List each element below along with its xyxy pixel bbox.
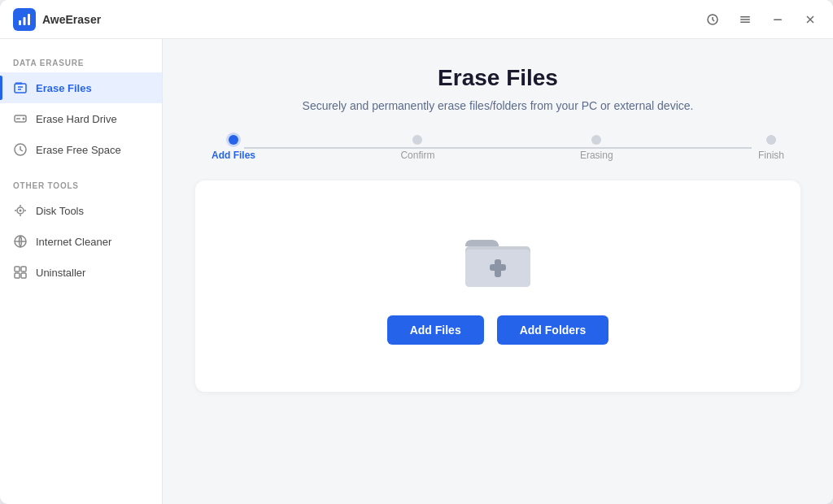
app-title: AweEraser	[42, 13, 703, 26]
svg-rect-27	[21, 273, 26, 278]
history-button[interactable]	[703, 10, 722, 29]
svg-point-15	[23, 118, 25, 120]
sidebar-item-internet-cleaner[interactable]: Internet Cleaner	[0, 226, 162, 257]
svg-rect-1	[24, 17, 26, 25]
action-buttons: Add Files Add Folders	[387, 315, 609, 345]
step-erasing: Erasing	[580, 135, 613, 161]
sidebar-item-disk-tools[interactable]: Disk Tools	[0, 195, 162, 226]
sidebar-label-erase-files: Erase Files	[36, 82, 92, 94]
sidebar-item-erase-hard-drive[interactable]: Erase Hard Drive	[0, 103, 162, 134]
uninstaller-icon	[13, 265, 28, 280]
disk-tools-icon	[13, 203, 28, 218]
sidebar-item-erase-free-space[interactable]: Erase Free Space	[0, 134, 162, 165]
step-confirm: Confirm	[400, 135, 434, 161]
page-title: Erase Files	[195, 65, 800, 91]
svg-rect-31	[490, 264, 506, 271]
content-area: Erase Files Securely and permanently era…	[163, 39, 833, 504]
step-add-files: Add Files	[212, 135, 255, 161]
step-dot-add-files	[229, 135, 238, 145]
minimize-button[interactable]	[768, 10, 787, 29]
step-label-confirm: Confirm	[400, 150, 434, 161]
svg-rect-2	[28, 14, 30, 25]
svg-rect-0	[19, 20, 21, 25]
erase-free-space-icon	[13, 142, 28, 157]
sidebar-item-uninstaller[interactable]: Uninstaller	[0, 257, 162, 288]
sidebar-item-erase-files[interactable]: Erase Files	[0, 72, 162, 103]
sidebar-label-internet-cleaner: Internet Cleaner	[36, 236, 111, 248]
sidebar-label-erase-hard-drive: Erase Hard Drive	[36, 113, 117, 125]
title-controls	[703, 10, 820, 29]
sidebar: DATA ERASURE Erase Files	[0, 39, 163, 504]
step-label-add-files: Add Files	[212, 150, 255, 161]
svg-rect-5	[740, 19, 750, 20]
sidebar-label-erase-free-space: Erase Free Space	[36, 144, 121, 156]
drop-zone: Add Files Add Folders	[195, 180, 800, 392]
svg-rect-4	[740, 16, 750, 18]
section-label-data-erasure: DATA ERASURE	[0, 59, 162, 67]
svg-rect-26	[15, 273, 20, 278]
svg-point-19	[20, 210, 22, 212]
close-button[interactable]	[800, 10, 820, 29]
erase-hard-drive-icon	[13, 111, 28, 126]
step-dot-confirm	[412, 135, 422, 145]
internet-cleaner-icon	[13, 234, 28, 249]
step-dot-finish	[766, 135, 776, 145]
folder-icon-container	[461, 228, 534, 293]
step-label-erasing: Erasing	[580, 150, 613, 161]
steps-bar: Add Files Confirm Erasing Finish	[195, 135, 800, 161]
step-label-finish: Finish	[758, 150, 784, 161]
svg-rect-7	[774, 19, 782, 20]
sidebar-label-uninstaller: Uninstaller	[36, 267, 85, 279]
svg-rect-11	[15, 84, 26, 93]
svg-rect-6	[740, 21, 750, 23]
add-files-button[interactable]: Add Files	[387, 315, 484, 345]
add-folders-button[interactable]: Add Folders	[497, 315, 609, 345]
step-finish: Finish	[758, 135, 784, 161]
menu-button[interactable]	[735, 10, 755, 29]
sidebar-label-disk-tools: Disk Tools	[36, 205, 84, 217]
section-label-other-tools: OTHER TOOLS	[0, 181, 162, 190]
erase-files-icon	[13, 80, 28, 95]
step-dot-erasing	[591, 135, 601, 145]
page-subtitle: Securely and permanently erase files/fol…	[195, 99, 800, 112]
folder-icon	[461, 228, 534, 289]
app-logo	[13, 8, 36, 31]
svg-rect-24	[15, 267, 20, 272]
steps-line	[244, 147, 752, 149]
svg-rect-25	[21, 267, 26, 272]
